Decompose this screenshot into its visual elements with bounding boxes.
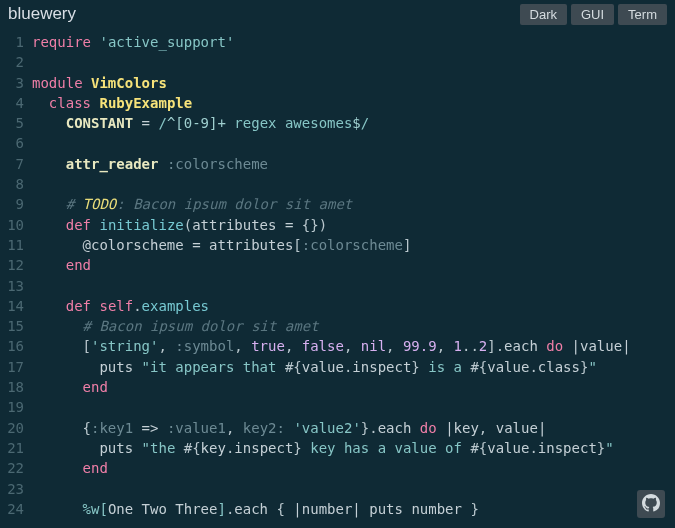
line-number: 23 <box>0 479 24 499</box>
code-line: puts "the #{key.inspect} key has a value… <box>32 438 675 458</box>
code-line: module VimColors <box>32 73 675 93</box>
code-line: def self.examples <box>32 296 675 316</box>
code-line: end <box>32 255 675 275</box>
github-button[interactable] <box>637 490 665 518</box>
code-line: attr_reader :colorscheme <box>32 154 675 174</box>
code-line: ['string', :symbol, true, false, nil, 99… <box>32 336 675 356</box>
code-line: def initialize(attributes = {}) <box>32 215 675 235</box>
code-line <box>32 174 675 194</box>
line-number: 20 <box>0 418 24 438</box>
line-number: 17 <box>0 357 24 377</box>
line-number: 8 <box>0 174 24 194</box>
line-number: 10 <box>0 215 24 235</box>
code-line: CONSTANT = /^[0-9]+ regex awesomes$/ <box>32 113 675 133</box>
code-line <box>32 479 675 499</box>
header: bluewery Dark GUI Term <box>0 0 675 28</box>
tab-term[interactable]: Term <box>618 4 667 25</box>
code-line <box>32 397 675 417</box>
code-line: %w[One Two Three].each { |number| puts n… <box>32 499 675 519</box>
mode-tabs: Dark GUI Term <box>520 4 667 25</box>
line-number: 18 <box>0 377 24 397</box>
code-line: {:key1 => :value1, key2: 'value2'}.each … <box>32 418 675 438</box>
code-line: # Bacon ipsum dolor sit amet <box>32 316 675 336</box>
line-number: 15 <box>0 316 24 336</box>
code-line: @colorscheme = attributes[:colorscheme] <box>32 235 675 255</box>
line-number: 13 <box>0 276 24 296</box>
line-number: 11 <box>0 235 24 255</box>
line-number: 24 <box>0 499 24 519</box>
code-line: end <box>32 458 675 478</box>
code-line: # TODO: Bacon ipsum dolor sit amet <box>32 194 675 214</box>
code-line: class RubyExample <box>32 93 675 113</box>
line-number: 7 <box>0 154 24 174</box>
code-line <box>32 133 675 153</box>
color-scheme-title: bluewery <box>8 4 76 24</box>
line-number: 2 <box>0 52 24 72</box>
tab-dark[interactable]: Dark <box>520 4 567 25</box>
line-number: 4 <box>0 93 24 113</box>
code-line: require 'active_support' <box>32 32 675 52</box>
code-area: require 'active_support'module VimColors… <box>32 32 675 519</box>
code-line <box>32 52 675 72</box>
line-number: 19 <box>0 397 24 417</box>
tab-gui[interactable]: GUI <box>571 4 614 25</box>
line-number: 12 <box>0 255 24 275</box>
code-line: puts "it appears that #{value.inspect} i… <box>32 357 675 377</box>
code-line <box>32 276 675 296</box>
line-number: 5 <box>0 113 24 133</box>
line-number: 1 <box>0 32 24 52</box>
line-number-gutter: 123456789101112131415161718192021222324 <box>0 32 32 519</box>
line-number: 16 <box>0 336 24 356</box>
line-number: 14 <box>0 296 24 316</box>
line-number: 3 <box>0 73 24 93</box>
line-number: 22 <box>0 458 24 478</box>
line-number: 6 <box>0 133 24 153</box>
code-editor: 123456789101112131415161718192021222324 … <box>0 28 675 519</box>
code-line: end <box>32 377 675 397</box>
github-icon <box>642 494 660 515</box>
line-number: 9 <box>0 194 24 214</box>
line-number: 21 <box>0 438 24 458</box>
